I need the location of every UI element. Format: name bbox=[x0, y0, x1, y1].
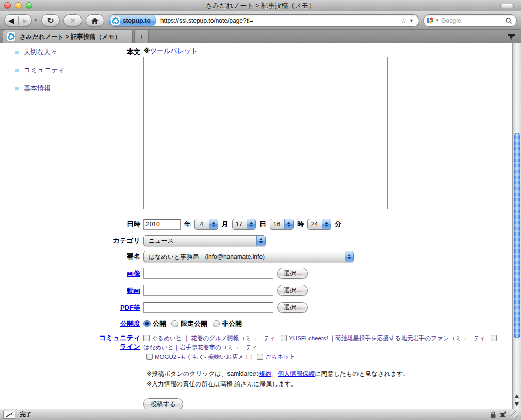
window-title: さみだれノート > 記事投稿（メモ） bbox=[206, 1, 315, 10]
terms-link[interactable]: 規約 bbox=[259, 370, 271, 377]
checkbox-hanameito[interactable] bbox=[491, 335, 497, 341]
site-identity-button[interactable]: stepup.to bbox=[108, 15, 156, 26]
navigation-toolbar: ◀ ▶ ▼ ↻ × stepup.to https://ssl.stepup.t… bbox=[0, 11, 521, 30]
stepper-icon bbox=[209, 219, 218, 229]
page-content: 大切な人々 コミュニティ 基本情報 本文 ※ツールパレット bbox=[0, 43, 521, 409]
submit-button[interactable]: 投稿する bbox=[143, 398, 183, 409]
minute-unit: 分 bbox=[335, 220, 341, 229]
day-select[interactable]: 17 bbox=[232, 219, 256, 230]
privacy-link[interactable]: 個人情報保護 bbox=[278, 370, 315, 377]
bug-icon[interactable] bbox=[499, 411, 507, 418]
checkbox-gochinet[interactable] bbox=[257, 354, 263, 360]
stop-button[interactable]: × bbox=[63, 14, 82, 26]
home-icon bbox=[91, 17, 99, 24]
checkbox-mogu2[interactable] bbox=[146, 354, 153, 360]
category-select[interactable]: ニュース bbox=[143, 235, 266, 246]
image-label-link[interactable]: 画像 bbox=[127, 270, 140, 277]
window-resize-grip[interactable] bbox=[510, 411, 518, 418]
pdf-label-link[interactable]: PDF等 bbox=[120, 304, 140, 311]
checkbox-label: ごちネット bbox=[265, 352, 296, 361]
checkbox-label: MOGU2 -もぐもぐ- 美味いお店メモ! bbox=[155, 352, 252, 361]
site-favicon-icon bbox=[111, 16, 120, 25]
video-label-link[interactable]: 動画 bbox=[127, 287, 140, 294]
image-select-button[interactable]: 選択... bbox=[277, 268, 308, 279]
radio-option-private[interactable]: 非公開 bbox=[213, 319, 242, 328]
reload-button[interactable]: ↻ bbox=[41, 14, 60, 26]
pdf-select-button[interactable]: 選択... bbox=[277, 302, 308, 313]
home-button[interactable] bbox=[86, 14, 104, 26]
lock-icon bbox=[490, 411, 496, 418]
hour-select[interactable]: 16 bbox=[270, 219, 294, 230]
bookmark-star-icon[interactable]: ☆ bbox=[401, 16, 408, 25]
body-textarea[interactable] bbox=[143, 57, 388, 209]
video-file-input[interactable] bbox=[143, 285, 273, 296]
checkbox-gurumeito[interactable] bbox=[143, 335, 150, 341]
community-label-link-line1[interactable]: コミュニティ bbox=[99, 333, 140, 342]
window-close-button[interactable] bbox=[4, 2, 11, 9]
month-select[interactable]: 4 bbox=[194, 219, 218, 230]
list-all-tabs-icon bbox=[507, 33, 515, 40]
stop-icon: × bbox=[70, 16, 75, 25]
scroll-up-icon bbox=[515, 394, 519, 398]
checkbox-label: はなめいと｜岩手県花巻市のコミュニティ bbox=[143, 343, 258, 352]
checkbox-label: ぐるめいと ｜ 花巻のグルメ情報コミュニティ bbox=[152, 333, 275, 343]
reload-icon: ↻ bbox=[47, 15, 54, 25]
year-unit: 年 bbox=[184, 220, 191, 229]
visibility-label-link[interactable]: 公開度 bbox=[120, 320, 140, 327]
list-all-tabs-button[interactable] bbox=[506, 32, 517, 41]
history-dropdown-arrow-icon[interactable]: ▼ bbox=[34, 18, 38, 23]
stepper-icon bbox=[345, 251, 353, 262]
toolbar-collapse-pill-button[interactable] bbox=[500, 4, 514, 8]
radio-unselected-icon[interactable] bbox=[171, 320, 178, 327]
checkbox-label: YUSEI cheers! ｜菊池雄星投手を応援する地元岩手のファンコミュニティ bbox=[289, 333, 485, 343]
video-select-button[interactable]: 選択... bbox=[277, 285, 308, 296]
vertical-scrollbar[interactable] bbox=[512, 43, 521, 409]
tab-bar: さみだれノート > 記事投稿（メモ） + bbox=[0, 30, 521, 43]
scroll-up-button[interactable] bbox=[513, 392, 521, 399]
caret-browsing-button[interactable] bbox=[3, 411, 15, 419]
stepper-icon bbox=[256, 236, 265, 246]
back-button[interactable]: ◀ bbox=[5, 16, 19, 25]
search-input[interactable] bbox=[441, 17, 503, 24]
image-file-input[interactable] bbox=[143, 268, 273, 279]
url-text[interactable]: https://ssl.stepup.to/note/page?tl= bbox=[156, 17, 401, 24]
radio-unselected-icon[interactable] bbox=[213, 320, 220, 327]
google-engine-icon[interactable] bbox=[426, 16, 434, 24]
radio-option-public[interactable]: 公開 bbox=[143, 319, 166, 328]
pen-icon bbox=[5, 412, 14, 418]
scroll-down-icon bbox=[515, 402, 519, 406]
community-label-link-line2[interactable]: ライン bbox=[120, 342, 140, 351]
status-text: 完了 bbox=[20, 410, 32, 419]
window-controls bbox=[4, 2, 32, 9]
browser-window: さみだれノート > 記事投稿（メモ） ◀ ▶ ▼ ↻ × stepup.to h… bbox=[0, 0, 521, 420]
new-tab-button[interactable]: + bbox=[134, 30, 149, 43]
datetime-label: 日時 bbox=[0, 220, 143, 229]
category-label: カテゴリ bbox=[0, 236, 143, 245]
status-bar: 完了 bbox=[0, 409, 521, 420]
checkbox-yusei-cheers[interactable] bbox=[281, 335, 287, 341]
hour-unit: 時 bbox=[297, 220, 304, 229]
search-engine-dropdown-icon[interactable]: ▼ bbox=[435, 18, 439, 23]
year-input[interactable] bbox=[143, 219, 181, 230]
stepper-icon bbox=[247, 219, 255, 229]
search-bar[interactable]: ▼ bbox=[423, 14, 517, 27]
site-identity-label: stepup.to bbox=[123, 17, 151, 24]
forward-button[interactable]: ▶ bbox=[19, 17, 32, 24]
toolpalette-link[interactable]: ツールパレット bbox=[150, 47, 198, 55]
url-dropdown-icon[interactable]: ▼ bbox=[409, 18, 414, 23]
scrollbar-thumb[interactable] bbox=[514, 133, 520, 338]
radio-option-limited[interactable]: 限定公開 bbox=[171, 319, 207, 328]
pdf-file-input[interactable] bbox=[143, 302, 273, 313]
search-magnifier-icon[interactable] bbox=[505, 17, 512, 24]
window-minimize-button[interactable] bbox=[15, 2, 22, 9]
scroll-down-button[interactable] bbox=[513, 400, 521, 408]
signature-select[interactable]: はなめいと事務局 (info@hanamate.info) bbox=[143, 251, 354, 262]
terms-note: ※投稿ボタンのクリックは、samidareの規約、個人情報保護に同意したものと見… bbox=[146, 368, 508, 379]
minute-select[interactable]: 24 bbox=[307, 219, 331, 230]
address-bar[interactable]: stepup.to https://ssl.stepup.to/note/pag… bbox=[108, 14, 419, 27]
tab-active[interactable]: さみだれノート > 記事投稿（メモ） bbox=[3, 30, 133, 43]
toolpalette-prefix: ※ bbox=[143, 47, 150, 55]
radio-selected-icon[interactable] bbox=[143, 320, 151, 327]
history-nav-cluster: ◀ ▶ ▼ bbox=[4, 14, 38, 26]
window-zoom-button[interactable] bbox=[26, 2, 32, 9]
